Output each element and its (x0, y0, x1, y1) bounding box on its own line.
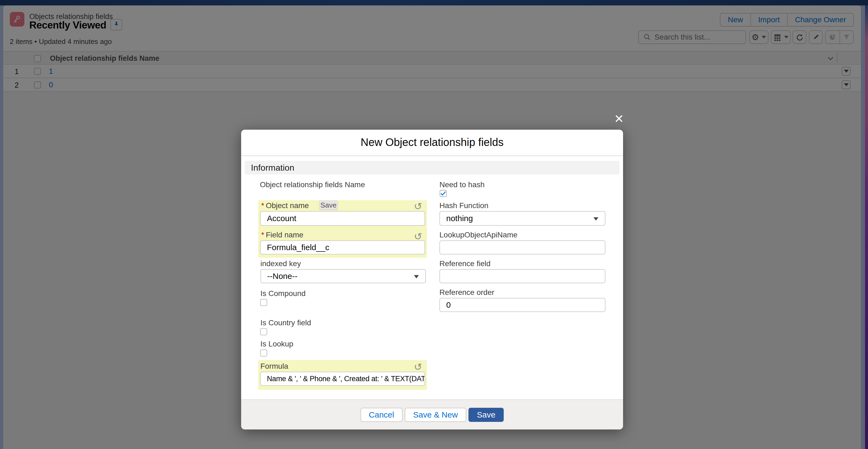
reference-order-input[interactable]: 0 (439, 298, 606, 312)
save-button[interactable]: Save (468, 408, 504, 422)
is-lookup-checkbox[interactable] (260, 350, 267, 357)
cancel-button[interactable]: Cancel (361, 408, 403, 422)
reference-field-label: Reference field (439, 259, 490, 268)
object-name-label: *Object name (261, 201, 309, 210)
close-button[interactable] (615, 115, 623, 123)
indexed-key-label: indexed key (260, 259, 301, 268)
is-country-field-label: Is Country field (260, 319, 311, 327)
record-name-label: Object relationship fields Name (260, 180, 365, 189)
indexed-key-select[interactable]: --None-- (260, 269, 426, 283)
formula-input[interactable]: Name & ', ' & Phone & ', Created at: ' &… (260, 372, 425, 386)
is-lookup-label: Is Lookup (260, 340, 293, 348)
check-icon (440, 190, 446, 197)
undo-icon[interactable]: ↺ (414, 232, 422, 241)
undo-icon[interactable]: ↺ (414, 202, 422, 211)
need-to-hash-checkbox[interactable] (440, 190, 447, 197)
reference-order-label: Reference order (439, 288, 494, 297)
reference-field-input[interactable] (439, 269, 606, 283)
select-caret-icon (593, 217, 598, 220)
hash-function-label: Hash Function (439, 201, 489, 210)
field-name-input[interactable]: Formula_field__c (260, 240, 425, 255)
lookup-object-api-name-input[interactable] (439, 240, 606, 255)
screen: Objects relationship fields Recently Vie… (0, 0, 868, 449)
is-compound-checkbox[interactable] (260, 299, 267, 306)
formula-label: Formula (260, 362, 288, 370)
close-icon (615, 115, 623, 123)
section-information: Information (245, 161, 620, 175)
save-tooltip: Save (319, 201, 338, 210)
save-and-new-button[interactable]: Save & New (405, 408, 466, 422)
is-compound-label: Is Compound (260, 289, 306, 298)
select-caret-icon (414, 275, 419, 278)
modal-title: New Object relationship fields (241, 130, 623, 155)
object-name-input[interactable]: Account (260, 211, 425, 226)
new-record-modal: New Object relationship fields Informati… (241, 130, 623, 429)
need-to-hash-label: Need to hash (439, 180, 485, 189)
undo-icon[interactable]: ↺ (414, 362, 422, 372)
hash-function-select[interactable]: nothing (439, 211, 606, 226)
modal-footer: Cancel Save & New Save (241, 399, 623, 429)
field-name-label: *Field name (261, 231, 303, 239)
is-country-field-checkbox[interactable] (260, 328, 267, 335)
lookup-object-api-name-label: LookupObjectApiName (439, 231, 518, 239)
modal-header: New Object relationship fields (241, 130, 623, 156)
